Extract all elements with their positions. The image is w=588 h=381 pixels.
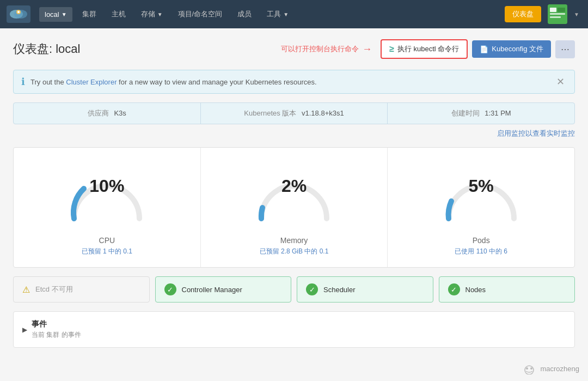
file-icon: 📄 — [480, 45, 488, 53]
enable-monitoring-link[interactable]: 启用监控以查看实时监控 — [497, 129, 575, 137]
header-actions: 可以打开控制台执行命令 → ≥ 执行 kubectl 命令行 📄 Kubecon… — [281, 39, 575, 59]
version-cell: Kubernetes 版本 v1.18.8+k3s1 — [201, 103, 388, 124]
etcd-label: Etcd 不可用 — [35, 285, 73, 294]
svg-point-2 — [14, 10, 27, 19]
status-row: ⚠ Etcd 不可用 ✓ Controller Manager ✓ Schedu… — [13, 276, 575, 303]
check-icon-nodes: ✓ — [448, 283, 460, 295]
pods-label: Pods — [399, 236, 564, 245]
cpu-gauge-svg — [63, 164, 150, 229]
navbar: local ▼ 集群 主机 存储 ▼ 项目/命名空间 成员 工具 ▼ 仪表盘 ▼ — [0, 0, 588, 28]
memory-label: Memory — [212, 236, 377, 245]
user-dropdown-icon[interactable]: ▼ — [572, 9, 581, 20]
cluster-info-row: 供应商 K3s Kubernetes 版本 v1.18.8+k3s1 创建时间 … — [13, 102, 575, 124]
cpu-sublabel: 已预留 1 中的 0.1 — [24, 247, 189, 256]
events-subtitle: 当前 集群 的事件 — [32, 330, 81, 340]
nav-cluster-selector[interactable]: local ▼ — [39, 7, 72, 22]
nav-item-cluster[interactable]: 集群 — [77, 6, 102, 22]
check-icon-scheduler: ✓ — [306, 283, 318, 295]
pods-sublabel: 已使用 110 中的 6 — [399, 247, 564, 256]
svg-rect-8 — [550, 16, 561, 18]
controller-label: Controller Manager — [182, 286, 242, 294]
warning-icon: ⚠ — [22, 285, 30, 295]
info-banner-text: Try out the Cluster Explorer for a new w… — [30, 78, 549, 86]
close-banner-button[interactable]: ✕ — [554, 76, 567, 88]
svg-rect-6 — [550, 8, 556, 12]
nav-item-host[interactable]: 主机 — [106, 6, 131, 22]
more-actions-button[interactable]: ⋯ — [555, 40, 575, 58]
etcd-status-card: ⚠ Etcd 不可用 — [13, 276, 150, 303]
storage-dropdown-icon: ▼ — [157, 11, 163, 17]
pods-gauge: 5% — [438, 164, 525, 229]
events-title: 事件 — [32, 319, 81, 329]
gauges-row: 10% CPU 已预留 1 中的 0.1 2% Memory 已预留 2.8 G… — [13, 147, 575, 268]
svg-point-4 — [17, 11, 20, 13]
annotation-text: 可以打开控制台执行命令 → — [281, 44, 372, 55]
memory-gauge-card: 2% Memory 已预留 2.8 GiB 中的 0.1 — [201, 148, 388, 267]
memory-sublabel: 已预留 2.8 GiB 中的 0.1 — [212, 247, 377, 256]
pods-gauge-svg — [438, 164, 525, 229]
svg-rect-7 — [550, 13, 565, 15]
main-content: 仪表盘: local 可以打开控制台执行命令 → ≥ 执行 kubectl 命令… — [0, 28, 588, 359]
tools-dropdown-icon: ▼ — [283, 11, 289, 17]
events-expand-icon: ▶ — [22, 326, 27, 334]
terminal-icon: ≥ — [389, 44, 394, 54]
provider-cell: 供应商 K3s — [14, 103, 201, 124]
cpu-gauge: 10% — [63, 164, 150, 229]
check-icon-controller: ✓ — [164, 283, 176, 295]
arrow-icon: → — [362, 44, 372, 55]
nav-item-storage[interactable]: 存储 ▼ — [136, 6, 168, 22]
info-banner: ℹ Try out the Cluster Explorer for a new… — [13, 70, 575, 94]
scheduler-label: Scheduler — [323, 286, 356, 294]
nodes-label: Nodes — [465, 286, 486, 294]
pods-percent: 5% — [469, 176, 494, 196]
user-avatar[interactable] — [548, 4, 567, 24]
memory-percent: 2% — [281, 176, 307, 196]
info-icon: ℹ — [21, 76, 25, 88]
controller-manager-status-card: ✓ Controller Manager — [155, 276, 292, 303]
events-section: ▶ 事件 当前 集群 的事件 — [13, 311, 575, 348]
scheduler-status-card: ✓ Scheduler — [297, 276, 433, 303]
pods-gauge-card: 5% Pods 已使用 110 中的 6 — [388, 148, 574, 267]
app-logo[interactable] — [7, 5, 30, 23]
kubeconfig-button[interactable]: 📄 Kubeconfig 文件 — [472, 40, 551, 58]
created-cell: 创建时间 1:31 PM — [388, 103, 574, 124]
cpu-label: CPU — [24, 236, 189, 245]
cpu-percent: 10% — [89, 176, 124, 196]
page-header: 仪表盘: local 可以打开控制台执行命令 → ≥ 执行 kubectl 命令… — [13, 39, 575, 59]
nav-item-members[interactable]: 成员 — [232, 6, 257, 22]
events-header[interactable]: ▶ 事件 当前 集群 的事件 — [22, 319, 566, 340]
cluster-explorer-link[interactable]: Cluster Explorer — [66, 78, 117, 86]
monitoring-link: 启用监控以查看实时监控 — [13, 129, 575, 138]
nodes-status-card: ✓ Nodes — [439, 276, 575, 303]
svg-rect-9 — [558, 8, 565, 12]
memory-gauge: 2% — [250, 164, 338, 229]
dashboard-button[interactable]: 仪表盘 — [505, 6, 541, 22]
nav-item-projects[interactable]: 项目/命名空间 — [173, 6, 228, 22]
cluster-dropdown-icon: ▼ — [62, 11, 67, 17]
kubectl-button[interactable]: ≥ 执行 kubectl 命令行 — [381, 39, 468, 59]
page-title: 仪表盘: local — [13, 41, 80, 57]
cpu-gauge-card: 10% CPU 已预留 1 中的 0.1 — [14, 148, 201, 267]
nav-item-tools[interactable]: 工具 ▼ — [261, 6, 294, 22]
memory-gauge-svg — [250, 164, 338, 229]
